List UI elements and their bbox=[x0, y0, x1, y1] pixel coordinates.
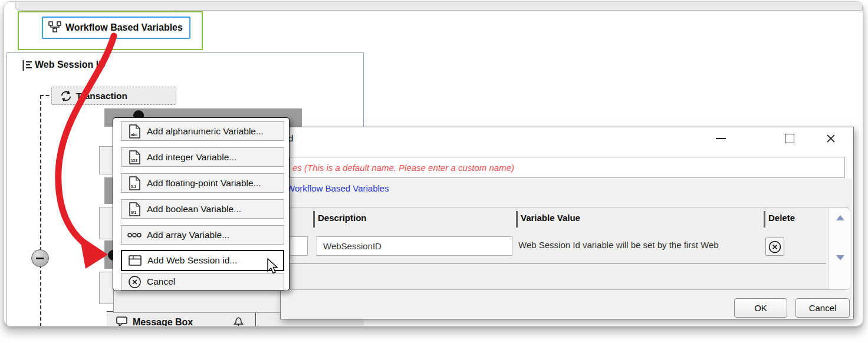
collapse-branch-button[interactable] bbox=[31, 249, 49, 267]
menu-item-label: Add alphanumeric Variable... bbox=[147, 126, 264, 137]
transaction-node[interactable]: Transaction bbox=[51, 87, 176, 105]
workflow-nodes-icon bbox=[48, 21, 61, 35]
menu-item-label: Cancel bbox=[147, 276, 175, 287]
cancel-button-label: Cancel bbox=[809, 303, 837, 313]
menu-item-cancel[interactable]: Cancel bbox=[121, 273, 284, 291]
column-divider bbox=[764, 211, 765, 227]
ok-button[interactable]: OK bbox=[734, 298, 787, 318]
transaction-label: Transaction bbox=[76, 91, 127, 101]
menu-item-label: Add boolean Variable... bbox=[147, 204, 241, 215]
ok-button-label: OK bbox=[754, 303, 767, 313]
delete-row-button[interactable] bbox=[765, 238, 784, 256]
array-icon bbox=[127, 232, 142, 238]
menu-item-add-floating-point[interactable]: 0.1 Add floating-point Variable... bbox=[121, 173, 284, 193]
column-divider bbox=[516, 211, 518, 227]
document-123-icon: 123 bbox=[127, 150, 142, 164]
menu-item-label: Add array Variable... bbox=[147, 230, 229, 240]
menu-item-label: Add integer Variable... bbox=[147, 152, 236, 163]
menu-item-add-boolean[interactable]: 0/1 Add boolean Variable... bbox=[121, 199, 284, 219]
column-header-delete: Delete bbox=[768, 213, 795, 223]
menu-item-add-array[interactable]: Add array Variable... bbox=[121, 225, 284, 245]
maximize-icon bbox=[785, 134, 794, 143]
svg-text:abc: abc bbox=[131, 133, 138, 137]
web-session-list-icon bbox=[22, 59, 32, 74]
maximize-button[interactable] bbox=[780, 131, 800, 146]
workflow-connector-line bbox=[40, 95, 41, 326]
minimize-button[interactable] bbox=[711, 131, 731, 146]
scroll-up-icon[interactable] bbox=[836, 215, 844, 220]
description-cell-value: WebSessionID bbox=[323, 241, 382, 251]
node-divider bbox=[255, 312, 256, 326]
minus-icon bbox=[36, 258, 44, 259]
menu-item-add-integer[interactable]: 123 Add integer Variable... bbox=[121, 147, 284, 167]
workflow-variables-link[interactable]: Workflow Based Variables bbox=[287, 183, 389, 193]
transaction-icon bbox=[60, 90, 72, 102]
variable-value-cell: Web Session Id variable will be set by t… bbox=[518, 240, 762, 250]
variables-dialog: d es (This is a default name. Please ent… bbox=[280, 127, 854, 319]
default-name-warning: es (This is a default name. Please enter… bbox=[292, 163, 514, 173]
svg-text:0/1: 0/1 bbox=[131, 210, 136, 215]
cancel-circle-x-icon bbox=[127, 275, 142, 289]
column-header-variable-value: Variable Value bbox=[521, 213, 580, 223]
svg-text:0.1: 0.1 bbox=[131, 184, 136, 189]
menu-item-label: Add Web Session id... bbox=[147, 255, 237, 266]
dialog-cancel-button[interactable]: Cancel bbox=[795, 298, 850, 318]
circle-x-icon bbox=[768, 240, 782, 254]
speech-bubble-icon bbox=[116, 316, 128, 326]
menu-item-label: Add floating-point Variable... bbox=[147, 178, 261, 189]
close-icon bbox=[826, 133, 836, 144]
screenshot-frame: Workflow Based Variables Web Session ID … bbox=[4, 1, 863, 326]
workflow-based-variables-button[interactable]: Workflow Based Variables bbox=[42, 17, 190, 39]
menu-item-add-web-session-id[interactable]: Add Web Session id... bbox=[121, 250, 284, 271]
close-button[interactable] bbox=[821, 131, 841, 146]
column-header-description: Description bbox=[318, 213, 367, 223]
column-divider bbox=[313, 211, 315, 227]
panel-title: Web Session ID bbox=[35, 60, 106, 70]
document-bool-icon: 0/1 bbox=[127, 202, 142, 216]
minimize-icon bbox=[716, 138, 726, 139]
description-cell-input[interactable]: WebSessionID bbox=[317, 236, 512, 256]
table-scrollbar[interactable] bbox=[828, 208, 850, 289]
bell-icon bbox=[233, 316, 244, 326]
browser-window-icon bbox=[127, 255, 143, 266]
workflow-based-variables-label: Workflow Based Variables bbox=[65, 22, 183, 33]
variable-name-input[interactable]: es (This is a default name. Please enter… bbox=[290, 157, 845, 178]
document-float-icon: 0.1 bbox=[127, 176, 142, 190]
menu-item-add-alphanumeric[interactable]: abc Add alphanumeric Variable... bbox=[121, 121, 284, 141]
svg-text:123: 123 bbox=[131, 159, 137, 163]
cropped-toolbar-strip bbox=[15, 1, 863, 11]
add-variable-context-menu: abc Add alphanumeric Variable... 123 Add… bbox=[113, 117, 290, 291]
variables-table: Description Variable Value Delete WebSes… bbox=[288, 207, 850, 290]
row-separator bbox=[290, 263, 826, 264]
message-box-label: Message Box bbox=[133, 317, 193, 326]
document-abc-icon: abc bbox=[127, 124, 142, 138]
scroll-down-icon[interactable] bbox=[836, 255, 844, 260]
